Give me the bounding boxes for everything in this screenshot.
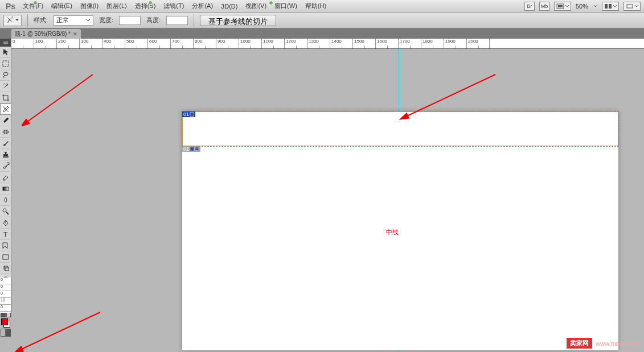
ruler-horizontal[interactable]: 7006005004003002001000100200300400500600… (11, 39, 644, 49)
blur-tool[interactable] (0, 194, 11, 206)
guide-label: 中线 (386, 228, 399, 237)
slice-icon: ▦ (190, 112, 194, 117)
tool-preset-picker[interactable] (3, 15, 22, 26)
healing-tool[interactable] (0, 126, 11, 138)
svg-rect-10 (3, 255, 9, 259)
annotation-arrow (15, 309, 106, 352)
marquee-tool[interactable] (0, 58, 11, 69)
menu-view[interactable]: 视图(V) (241, 0, 270, 12)
svg-rect-6 (3, 131, 9, 133)
svg-point-8 (3, 209, 6, 212)
foreground-color[interactable] (1, 318, 8, 325)
height-input[interactable] (166, 16, 188, 25)
style-dropdown[interactable]: 正常 (54, 15, 93, 26)
menu-3d[interactable]: 3D(D) (217, 0, 241, 12)
annotation-arrow (22, 72, 96, 129)
menu-bar: Ps 文件(F) 编辑(E) 图像(I) 图层(L) 选择(S) 滤镜(T) 分… (0, 0, 644, 13)
svg-rect-1 (558, 5, 563, 7)
document-canvas[interactable]: 01▦ 02▦⊠ (182, 111, 618, 350)
link-icon: ⊠ (195, 147, 199, 151)
menu-select[interactable]: 选择(S) (131, 0, 160, 12)
options-bar: 样式: 正常 宽度: 高度: 基于参考线的切片 (0, 13, 644, 28)
svg-rect-4 (627, 5, 633, 8)
path-tool[interactable] (0, 240, 11, 251)
bridge-icon[interactable]: Br (524, 2, 535, 11)
pen-tool[interactable] (0, 217, 11, 229)
app-logo: Ps (2, 2, 19, 11)
ruler-vertical[interactable]: 0 0 0 10 0 (0, 278, 11, 313)
wand-tool[interactable] (0, 81, 11, 92)
annotation-arrow (399, 72, 501, 123)
svg-text:T: T (3, 230, 8, 238)
history-brush-tool[interactable] (0, 160, 11, 172)
document-tab[interactable]: 题-1 @ 50%(RGB/8) * ✕ (11, 29, 81, 39)
slice-tool[interactable] (0, 103, 11, 115)
toolbox: T (0, 39, 11, 317)
workspace: 7006005004003002001000100200300400500600… (11, 39, 644, 352)
type-tool[interactable]: T (0, 229, 11, 240)
brush-tool[interactable] (0, 138, 11, 149)
menu-image[interactable]: 图像(I) (76, 0, 102, 12)
workspace-dd[interactable] (624, 2, 641, 11)
width-input[interactable] (119, 16, 141, 25)
arrange-dd[interactable] (602, 2, 619, 11)
color-swatch[interactable] (1, 318, 10, 328)
svg-rect-7 (3, 187, 9, 191)
eyedropper-tool[interactable] (0, 115, 11, 126)
3d-tool[interactable] (0, 263, 11, 274)
zoom-level[interactable]: 50% (576, 3, 589, 10)
watermark: 卖家网 www.maijia.com (567, 338, 641, 349)
svg-line-14 (27, 74, 93, 122)
menu-filter[interactable]: 滤镜(T) (159, 0, 188, 12)
shape-tool[interactable] (0, 251, 11, 263)
dodge-tool[interactable] (0, 206, 11, 217)
menu-layer[interactable]: 图层(L) (102, 0, 130, 12)
menu-edit[interactable]: 编辑(E) (47, 0, 76, 12)
height-label: 高度: (146, 16, 161, 24)
crop-tool[interactable] (0, 92, 11, 103)
slice-02-badge: 02▦⊠ (182, 146, 200, 152)
toolbox-grip[interactable] (0, 39, 11, 47)
quick-mask-mode[interactable] (1, 329, 11, 337)
close-icon[interactable]: ✕ (73, 31, 77, 37)
menu-window[interactable]: 窗口(W) (270, 0, 301, 12)
canvas-area[interactable]: 01▦ 02▦⊠ 中线 (11, 49, 644, 352)
stamp-tool[interactable] (0, 149, 11, 160)
lasso-tool[interactable] (0, 69, 11, 81)
svg-rect-3 (609, 4, 612, 9)
slice-from-guides-button[interactable]: 基于参考线的切片 (200, 15, 276, 26)
svg-line-16 (22, 312, 100, 349)
slice-01-badge: 01▦ (182, 111, 195, 117)
screen-mode-dd[interactable] (554, 2, 571, 11)
document-tabs: 题-1 @ 50%(RGB/8) * ✕ (0, 28, 644, 39)
menu-analysis[interactable]: 分析(A) (188, 0, 217, 12)
slice-icon: ▦ (190, 147, 194, 151)
svg-rect-2 (605, 4, 608, 9)
svg-rect-5 (3, 61, 9, 67)
style-label: 样式: (34, 16, 48, 24)
eraser-tool[interactable] (0, 172, 11, 183)
menu-help[interactable]: 帮助(H) (301, 0, 330, 12)
mini-bridge-icon[interactable]: Mb (539, 2, 549, 11)
move-tool[interactable] (0, 47, 11, 58)
svg-line-15 (407, 74, 495, 116)
width-label: 宽度: (99, 16, 113, 24)
gradient-tool[interactable] (0, 183, 11, 194)
